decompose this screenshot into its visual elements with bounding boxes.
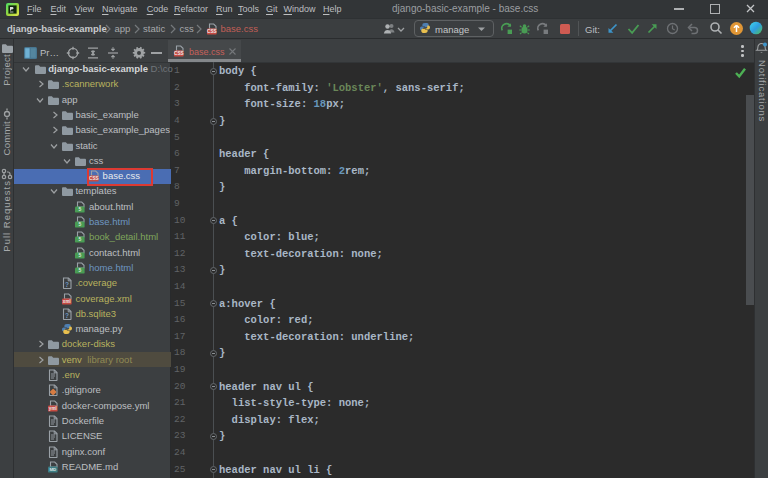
svg-text:?: ? xyxy=(65,312,69,319)
svg-text:5: 5 xyxy=(79,206,82,212)
svg-text:CSS: CSS xyxy=(174,51,183,56)
svg-text:5: 5 xyxy=(79,221,82,227)
svg-text:5: 5 xyxy=(79,237,82,243)
svg-text:?: ? xyxy=(65,281,69,288)
svg-text:5: 5 xyxy=(79,252,82,258)
svg-text:xml: xml xyxy=(63,299,71,304)
svg-text:CSS: CSS xyxy=(207,29,216,34)
svg-text:yml: yml xyxy=(49,406,57,411)
svg-text:MD: MD xyxy=(50,467,57,472)
svg-text:5: 5 xyxy=(79,267,82,273)
